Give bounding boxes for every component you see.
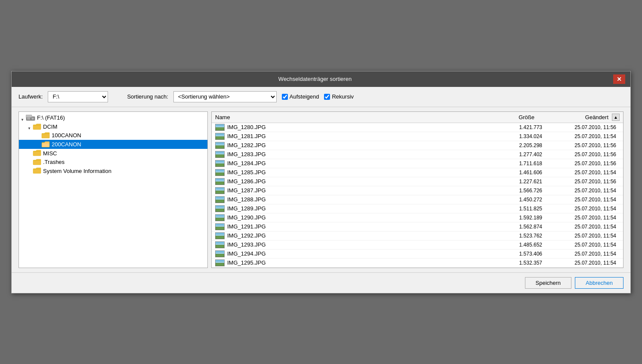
file-size: 1.450.272 <box>499 197 542 203</box>
file-row-name: IMG_1286.JPG <box>215 178 499 185</box>
folder-icon-100canon <box>41 132 52 139</box>
file-name-text: IMG_1281.JPG <box>227 133 266 139</box>
image-thumbnail-icon <box>215 232 225 239</box>
expand-arrow-misc <box>28 151 32 155</box>
tree-item-trashes[interactable]: .Trashes <box>19 157 207 167</box>
file-date: 25.07.2010, 11:54 <box>542 215 620 221</box>
tree-item-100canon[interactable]: 100CANON <box>19 131 207 140</box>
tree-item-200canon[interactable]: 200CANON <box>19 140 207 149</box>
file-name-text: IMG_1287.JPG <box>227 187 266 194</box>
drive-label: Laufwerk: <box>19 93 43 100</box>
sort-select[interactable]: <Sortierung wählen> <box>173 91 277 102</box>
folder-icon-200canon <box>41 141 52 148</box>
drive-select[interactable]: F:\ <box>48 91 108 102</box>
file-size: 1.532.357 <box>499 260 542 266</box>
image-thumbnail-icon <box>215 187 225 194</box>
expand-arrow-dcim <box>28 124 32 129</box>
file-size: 1.334.024 <box>499 133 542 139</box>
image-thumbnail-icon <box>215 133 225 140</box>
file-row[interactable]: IMG_1283.JPG1.277.40225.07.2010, 11:56 <box>212 150 623 159</box>
svg-point-3 <box>32 118 33 119</box>
file-name-text: IMG_1280.JPG <box>227 124 266 130</box>
main-content: F:\ (FAT16) DCIM 100CANON 200CANON MISC … <box>12 107 630 272</box>
image-thumbnail-icon <box>215 223 225 230</box>
file-row[interactable]: IMG_1285.JPG1.461.60625.07.2010, 11:54 <box>212 168 623 177</box>
file-row-name: IMG_1291.JPG <box>215 223 499 230</box>
file-name-text: IMG_1288.JPG <box>227 196 266 203</box>
file-row[interactable]: IMG_1282.JPG2.205.29825.07.2010, 11:56 <box>212 141 623 150</box>
expand-arrow-100canon <box>36 133 40 138</box>
file-size: 1.277.402 <box>499 151 542 157</box>
file-row[interactable]: IMG_1293.JPG1.485.65225.07.2010, 11:54 <box>212 241 623 250</box>
file-row[interactable]: IMG_1292.JPG1.523.76225.07.2010, 11:54 <box>212 231 623 241</box>
image-thumbnail-icon <box>215 169 225 176</box>
file-row[interactable]: IMG_1286.JPG1.227.62125.07.2010, 11:56 <box>212 177 623 186</box>
svg-rect-1 <box>27 117 30 120</box>
file-row-name: IMG_1284.JPG <box>215 160 499 167</box>
file-date: 25.07.2010, 11:54 <box>542 260 620 266</box>
file-row[interactable]: IMG_1284.JPG1.711.61825.07.2010, 11:56 <box>212 159 623 168</box>
file-name-text: IMG_1292.JPG <box>227 232 266 239</box>
file-size: 1.711.618 <box>499 160 542 167</box>
tree-item-dcim[interactable]: DCIM <box>19 122 207 131</box>
file-size: 1.485.652 <box>499 242 542 248</box>
col-header-size: Größe <box>491 114 534 120</box>
tree-panel: F:\ (FAT16) DCIM 100CANON 200CANON MISC … <box>19 111 208 268</box>
file-row[interactable]: IMG_1294.JPG1.573.40625.07.2010, 11:54 <box>212 250 623 259</box>
svg-rect-4 <box>26 115 32 117</box>
file-row-name: IMG_1282.JPG <box>215 142 499 149</box>
expand-arrow-root <box>21 116 25 120</box>
col-header-name: Name <box>215 114 491 120</box>
tree-item-sysvolinfo[interactable]: System Volume Information <box>19 167 207 176</box>
file-row[interactable]: IMG_1287.JPG1.566.72625.07.2010, 11:54 <box>212 186 623 195</box>
file-name-text: IMG_1286.JPG <box>227 178 266 185</box>
file-row[interactable]: IMG_1281.JPG1.334.02425.07.2010, 11:54 <box>212 132 623 141</box>
tree-item-misc[interactable]: MISC <box>19 149 207 158</box>
expand-arrow-200canon <box>36 142 40 146</box>
image-thumbnail-icon <box>215 196 225 203</box>
file-row-name: IMG_1285.JPG <box>215 169 499 176</box>
close-button[interactable]: ✕ <box>613 74 625 84</box>
file-row-name: IMG_1281.JPG <box>215 133 499 140</box>
file-name-text: IMG_1285.JPG <box>227 169 266 176</box>
recursive-checkbox[interactable] <box>324 94 330 100</box>
file-size: 1.421.773 <box>499 124 542 130</box>
file-row[interactable]: IMG_1289.JPG1.511.82525.07.2010, 11:54 <box>212 204 623 213</box>
file-date: 25.07.2010, 11:56 <box>542 124 620 130</box>
file-size: 1.461.606 <box>499 170 542 176</box>
file-date: 25.07.2010, 11:56 <box>542 179 620 185</box>
file-name-text: IMG_1290.JPG <box>227 214 266 221</box>
image-thumbnail-icon <box>215 214 225 221</box>
file-row[interactable]: IMG_1290.JPG1.592.18925.07.2010, 11:54 <box>212 213 623 222</box>
file-row-name: IMG_1280.JPG <box>215 124 499 131</box>
image-thumbnail-icon <box>215 151 225 158</box>
image-thumbnail-icon <box>215 160 225 167</box>
file-row[interactable]: IMG_1291.JPG1.562.87425.07.2010, 11:54 <box>212 222 623 231</box>
file-size: 1.566.726 <box>499 188 542 194</box>
tree-item-label-misc: MISC <box>43 150 57 157</box>
file-row[interactable]: IMG_1288.JPG1.450.27225.07.2010, 11:54 <box>212 195 623 204</box>
recursive-label[interactable]: Rekursiv <box>332 93 354 100</box>
folder-icon-sysvolinfo <box>33 167 43 175</box>
scroll-up-button[interactable]: ▲ <box>612 114 620 121</box>
image-thumbnail-icon <box>215 259 225 266</box>
save-button[interactable]: Speichern <box>525 277 572 289</box>
tree-item-root[interactable]: F:\ (FAT16) <box>19 114 207 123</box>
file-date: 25.07.2010, 11:54 <box>542 197 620 203</box>
col-header-date: Geändert <box>534 114 612 120</box>
svg-rect-8 <box>33 151 41 156</box>
file-row[interactable]: IMG_1295.JPG1.532.35725.07.2010, 11:54 <box>212 259 623 268</box>
file-date: 25.07.2010, 11:56 <box>542 160 620 167</box>
image-thumbnail-icon <box>215 250 225 257</box>
ascending-checkbox[interactable] <box>282 94 288 100</box>
drive-icon <box>26 114 37 122</box>
file-row[interactable]: IMG_1280.JPG1.421.77325.07.2010, 11:56 <box>212 123 623 132</box>
cancel-button[interactable]: Abbrechen <box>575 277 623 289</box>
recursive-group: Rekursiv <box>324 93 354 100</box>
file-name-text: IMG_1295.JPG <box>227 259 266 266</box>
file-date: 25.07.2010, 11:54 <box>542 133 620 139</box>
file-date: 25.07.2010, 11:56 <box>542 142 620 148</box>
toolbar: Laufwerk: F:\ Sortierung nach: <Sortieru… <box>12 87 630 107</box>
file-name-text: IMG_1283.JPG <box>227 151 266 157</box>
ascending-label[interactable]: Aufsteigend <box>290 93 319 100</box>
